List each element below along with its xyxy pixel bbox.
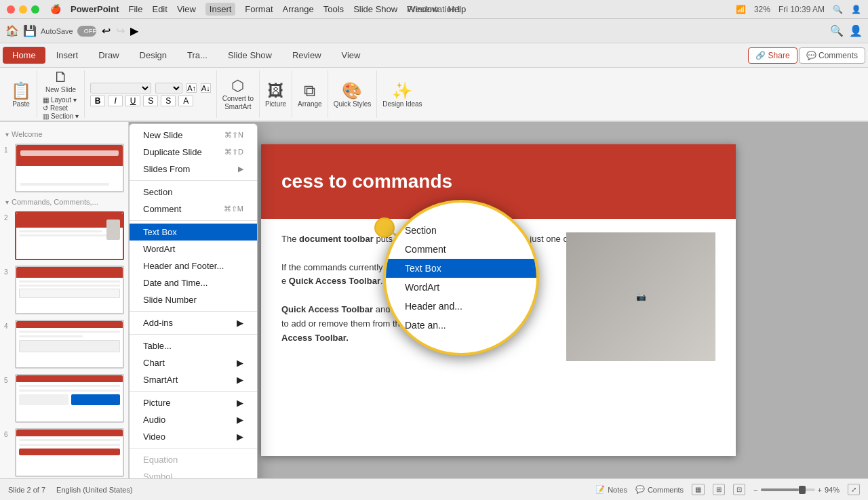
arrange-button[interactable]: ⧉ Arrange [298,81,322,108]
traffic-lights[interactable] [7,5,39,14]
comments-button[interactable]: 💬 Comments [799,47,865,64]
slide-image-placeholder: 📷 [566,232,715,361]
arrange-menu[interactable]: Arrange [283,4,314,14]
tab-home[interactable]: Home [3,47,45,64]
quick-styles-button[interactable]: 🎨 Quick Styles [334,81,372,108]
tab-design[interactable]: Design [130,47,176,64]
search-toolbar-icon[interactable]: 🔍 [830,24,844,37]
file-menu[interactable]: File [129,4,143,14]
underline-button[interactable]: U [125,96,140,106]
menu-item-picture[interactable]: Picture▶ [130,394,257,411]
menu-item-date-time[interactable]: Date and Time... [130,274,257,291]
format-menu[interactable]: Format [245,4,273,14]
italic-button[interactable]: I [108,96,123,106]
close-button[interactable] [7,5,15,14]
apple-menu[interactable]: 🍎 [50,4,61,14]
redo-icon[interactable]: ↪ [116,24,125,37]
slide-item-4[interactable]: 4 [0,317,128,371]
zoom-level-label: 94% [825,486,840,494]
menu-item-comment[interactable]: Comment⌘⇧M [130,201,257,217]
slide-item-6[interactable]: 6 [0,425,128,478]
section-button[interactable]: ▥Section ▾ [43,112,79,120]
user-account-icon[interactable]: 👤 [849,24,863,37]
font-size-increase[interactable]: A↑ [186,83,197,93]
slide-item-2[interactable]: 2 [0,209,128,263]
tab-draw[interactable]: Draw [89,47,128,64]
fit-slide-button[interactable]: ⤢ [848,484,860,495]
font-size-decrease[interactable]: A↓ [201,83,211,93]
home-icon[interactable]: 🏠 [5,24,19,37]
menu-item-chart[interactable]: Chart▶ [130,354,257,371]
font-size-select[interactable] [155,83,182,93]
notes-button[interactable]: 📝 Notes [595,485,627,494]
edit-menu[interactable]: Edit [152,4,167,14]
share-button[interactable]: 🔗 Share [748,47,797,64]
menu-item-section[interactable]: Section [130,184,257,201]
powerpoint-menu[interactable]: PowerPoint [71,4,119,14]
slide-header: cess to commands [261,144,736,219]
menu-item-slides-from[interactable]: Slides From▶ [130,161,257,178]
font-color-button[interactable]: A [178,96,193,106]
shadow-button[interactable]: S [161,96,176,106]
menu-item-wordart[interactable]: WordArt [130,241,257,257]
paste-button[interactable]: 📋 Paste [11,81,31,108]
menu-item-video[interactable]: Video▶ [130,428,257,445]
strikethrough-button[interactable]: S [143,96,158,106]
autosave-toggle[interactable]: OFF [77,26,96,37]
command-ribbon: 📋 Paste 🗋 New Slide ▦Layout ▾ ↺Reset ▥Se… [0,68,868,122]
menu-item-audio[interactable]: Audio▶ [130,411,257,428]
menu-item-equation: Equation [130,451,257,468]
notes-icon: 📝 [595,485,605,494]
bold-button[interactable]: B [90,96,105,106]
zoom-in-button[interactable]: + [818,486,822,494]
slide-item-3[interactable]: 3 [0,263,128,317]
convert-smartart-button[interactable]: ⬡ Convert toSmartArt [222,77,254,111]
menu-item-duplicate-slide[interactable]: Duplicate Slide⌘⇧D [130,144,257,161]
notes-label: Notes [608,486,627,494]
menu-item-header-footer[interactable]: Header and Footer... [130,257,257,274]
zoom-item-textbox: Text Box [386,259,536,278]
font-family-select[interactable] [90,83,151,93]
view-grid-button[interactable]: ⊞ [713,484,725,495]
tab-insert[interactable]: Insert [47,47,88,64]
view-normal-button[interactable]: ▦ [692,484,705,495]
slide-area: cess to commands The document toolbar pu… [129,122,868,478]
search-icon[interactable]: 🔍 [833,5,843,14]
view-fit-button[interactable]: ⊡ [733,484,745,495]
slide-item-1[interactable]: 1 [0,141,128,195]
zoom-item-date: Date an... [386,316,536,335]
view-menu[interactable]: View [177,4,196,14]
zoom-out-button[interactable]: − [753,486,757,494]
tab-review[interactable]: Review [283,47,331,64]
tools-menu[interactable]: Tools [323,4,344,14]
zoom-control: − + 94% [753,486,840,494]
menu-item-slide-number[interactable]: Slide Number [130,291,257,308]
slides-panel: ▾ Welcome 1 ▾ Commands, Comments,... 2 [0,122,129,478]
menu-item-new-slide[interactable]: New Slide⌘⇧N [130,127,257,144]
menu-item-smartart[interactable]: SmartArt▶ [130,371,257,388]
menu-item-table[interactable]: Table... [130,337,257,354]
insert-menu[interactable]: Insert [205,3,236,16]
menu-item-text-box[interactable]: Text Box [130,224,257,241]
tab-view[interactable]: View [332,47,370,64]
layout-button[interactable]: ▦Layout ▾ [43,96,79,104]
tab-transitions[interactable]: Tra... [178,47,217,64]
save-icon[interactable]: 💾 [23,24,37,37]
slideshow-menu[interactable]: Slide Show [353,4,397,14]
minimize-button[interactable] [19,5,27,14]
reset-button[interactable]: ↺Reset [43,104,79,112]
present-icon[interactable]: ▶ [130,24,138,37]
design-ideas-button[interactable]: ✨ Design Ideas [382,81,422,108]
comments-status-button[interactable]: 💬 Comments [635,485,684,494]
slide-item-5[interactable]: 5 [0,371,128,425]
new-slide-button[interactable]: 🗋 New Slide [45,68,76,93]
zoom-slider[interactable] [761,488,815,491]
insert-dropdown-menu[interactable]: New Slide⌘⇧N Duplicate Slide⌘⇧D Slides F… [129,123,258,478]
menu-item-add-ins[interactable]: Add-ins▶ [130,314,257,331]
fullscreen-button[interactable] [31,5,39,14]
user-icon[interactable]: 👤 [851,5,861,14]
picture-button[interactable]: 🖼 Picture [265,81,286,108]
autosave-label: AutoSave [41,27,73,35]
undo-icon[interactable]: ↩ [102,24,111,37]
tab-slideshow[interactable]: Slide Show [218,47,281,64]
